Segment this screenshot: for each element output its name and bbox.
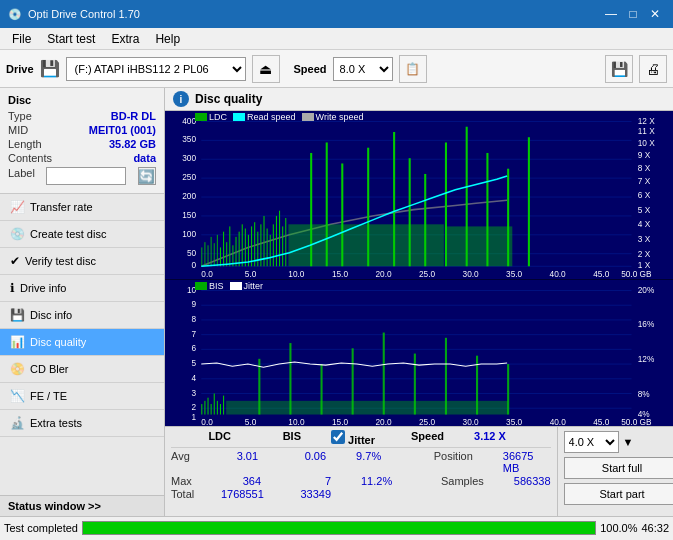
verify-test-icon: ✔ <box>10 254 20 268</box>
svg-rect-134 <box>414 353 416 414</box>
speed-select-control[interactable]: 4.0 X 8.0 X Maximum <box>564 431 619 453</box>
svg-rect-51 <box>229 226 230 266</box>
contents-label: Contents <box>8 152 52 164</box>
svg-rect-59 <box>254 222 255 266</box>
svg-rect-48 <box>220 247 221 266</box>
label-label: Label <box>8 167 35 185</box>
ldc-legend-color <box>195 113 207 121</box>
max-row-label: Max <box>171 475 191 487</box>
drive-info-btn[interactable]: 📋 <box>399 55 427 83</box>
svg-rect-122 <box>208 398 209 415</box>
svg-rect-126 <box>220 404 221 415</box>
transfer-rate-icon: 📈 <box>10 200 25 214</box>
svg-text:5: 5 <box>191 358 196 368</box>
svg-rect-66 <box>276 216 277 266</box>
svg-text:12%: 12% <box>638 354 655 364</box>
menu-help[interactable]: Help <box>147 30 188 48</box>
svg-text:10 X: 10 X <box>638 138 655 148</box>
svg-rect-50 <box>226 242 227 266</box>
nav-create-test[interactable]: 💿 Create test disc <box>0 221 164 248</box>
minimize-button[interactable]: — <box>601 5 621 23</box>
svg-rect-67 <box>279 211 280 267</box>
nav-verify-test-label: Verify test disc <box>25 255 96 267</box>
svg-text:9 X: 9 X <box>638 150 651 160</box>
menu-starttest[interactable]: Start test <box>39 30 103 48</box>
contents-value: data <box>133 152 156 164</box>
drive-info-icon: ℹ <box>10 281 15 295</box>
svg-rect-123 <box>211 404 212 415</box>
readspeed-legend-color <box>233 113 245 121</box>
svg-text:35.0: 35.0 <box>506 269 522 279</box>
svg-rect-44 <box>208 245 209 266</box>
svg-rect-128 <box>226 401 508 415</box>
start-full-button[interactable]: Start full <box>564 457 673 479</box>
svg-rect-83 <box>445 226 512 266</box>
svg-text:4 X: 4 X <box>638 219 651 229</box>
svg-text:0.0: 0.0 <box>201 269 213 279</box>
length-label: Length <box>8 138 42 150</box>
nav-cd-bler-label: CD Bler <box>30 363 69 375</box>
elapsed-time: 46:32 <box>641 522 669 534</box>
menu-extra[interactable]: Extra <box>103 30 147 48</box>
drive-select[interactable]: (F:) ATAPI iHBS112 2 PL06 <box>66 57 246 81</box>
svg-rect-69 <box>285 218 286 266</box>
nav-cd-bler[interactable]: 📀 CD Bler <box>0 356 164 383</box>
nav-extra-tests[interactable]: 🔬 Extra tests <box>0 410 164 437</box>
titlebar-controls: — □ ✕ <box>601 5 665 23</box>
nav-disc-quality[interactable]: 📊 Disc quality <box>0 329 164 356</box>
start-part-button[interactable]: Start part <box>564 483 673 505</box>
svg-text:16%: 16% <box>638 319 655 329</box>
nav-drive-info[interactable]: ℹ Drive info <box>0 275 164 302</box>
nav-disc-info[interactable]: 💾 Disc info <box>0 302 164 329</box>
bis-legend-label: BIS <box>209 281 224 291</box>
samples-value: 586338 <box>514 475 551 487</box>
svg-text:45.0: 45.0 <box>593 269 609 279</box>
speed-display: 3.12 X <box>474 430 506 446</box>
jitter-check-container: Jitter <box>331 430 381 446</box>
sidebar: Disc Type BD-R DL MID MEIT01 (001) Lengt… <box>0 88 165 516</box>
jitter-checkbox[interactable] <box>331 430 345 444</box>
max-bis: 7 <box>291 475 331 487</box>
bottom-chart-svg: 10 9 8 7 6 5 4 3 2 1 20% 16% 12% 8% 4% <box>165 280 673 426</box>
app-title: Opti Drive Control 1.70 <box>28 8 140 20</box>
label-btn[interactable]: 🔄 <box>138 167 156 185</box>
stats-row: LDC BIS Jitter Speed 3.12 X Avg 3.01 0.0… <box>165 426 673 516</box>
save-btn[interactable]: 💾 <box>605 55 633 83</box>
print-btn[interactable]: 🖨 <box>639 55 667 83</box>
fe-te-icon: 📉 <box>10 389 25 403</box>
svg-rect-120 <box>201 404 202 415</box>
menu-file[interactable]: File <box>4 30 39 48</box>
length-value: 35.82 GB <box>109 138 156 150</box>
close-button[interactable]: ✕ <box>645 5 665 23</box>
nav-fe-te[interactable]: 📉 FE / TE <box>0 383 164 410</box>
svg-text:5.0: 5.0 <box>245 269 257 279</box>
nav-transfer-rate[interactable]: 📈 Transfer rate <box>0 194 164 221</box>
svg-text:50.0 GB: 50.0 GB <box>621 417 652 426</box>
avg-jitter: 9.7% <box>356 450 404 474</box>
svg-text:8: 8 <box>191 314 196 324</box>
status-window-btn[interactable]: Status window >> <box>0 495 164 516</box>
maximize-button[interactable]: □ <box>623 5 643 23</box>
svg-text:5 X: 5 X <box>638 205 651 215</box>
svg-text:10.0: 10.0 <box>288 269 304 279</box>
titlebar: 💿 Opti Drive Control 1.70 — □ ✕ <box>0 0 673 28</box>
speed-select-toolbar[interactable]: 8.0 X 4.0 X Maximum <box>333 57 393 81</box>
nav-verify-test[interactable]: ✔ Verify test disc <box>0 248 164 275</box>
bis-header: BIS <box>261 430 301 446</box>
main: Disc Type BD-R DL MID MEIT01 (001) Lengt… <box>0 88 673 516</box>
svg-rect-42 <box>201 247 202 266</box>
svg-text:250: 250 <box>182 172 196 182</box>
nav-create-test-label: Create test disc <box>30 228 106 240</box>
readspeed-legend-label: Read speed <box>247 112 296 122</box>
top-chart-svg: 400 350 300 250 200 150 100 50 0 12 X 11… <box>165 111 673 279</box>
label-input[interactable] <box>46 167 126 185</box>
writespeed-legend-color <box>302 113 314 121</box>
speed-select-chevron: ▼ <box>623 436 634 448</box>
svg-text:200: 200 <box>182 191 196 201</box>
status-text: Test completed <box>4 522 78 534</box>
svg-rect-46 <box>214 243 215 266</box>
svg-rect-54 <box>239 232 240 267</box>
svg-text:12 X: 12 X <box>638 116 655 126</box>
total-ldc: 1768551 <box>221 488 261 500</box>
eject-button[interactable]: ⏏ <box>252 55 280 83</box>
